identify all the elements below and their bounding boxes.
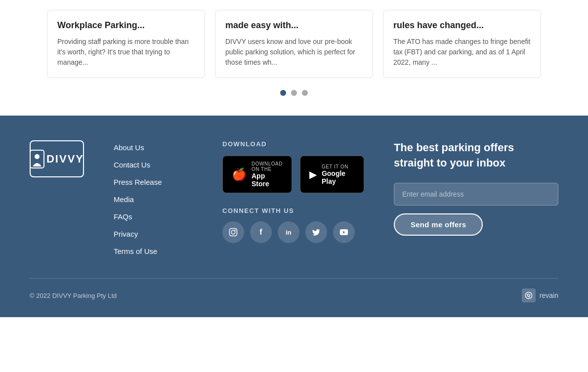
blog-card-3: rules have changed... The ATO has made c… xyxy=(383,10,541,78)
copyright-text: © 2022 DIVVY Parking Pty Ltd xyxy=(30,292,117,299)
send-offers-button[interactable]: Send me offers xyxy=(394,213,483,236)
carousel-dot-2[interactable] xyxy=(291,90,297,96)
newsletter-heading: The best parking offers straight to your… xyxy=(394,140,532,171)
svg-rect-2 xyxy=(230,229,237,236)
footer-logo: divvy xyxy=(30,140,84,258)
footer-newsletter: The best parking offers straight to your… xyxy=(394,140,558,258)
nav-contact-us[interactable]: Contact Us xyxy=(114,158,193,172)
blog-card-1: Workplace Parking... Providing staff par… xyxy=(47,10,205,78)
footer-nav: About Us Contact Us Press Release Media … xyxy=(114,140,193,258)
google-play-sub: GET IT ON xyxy=(322,164,355,169)
google-play-text: GET IT ON Google Play xyxy=(322,164,355,185)
google-play-main: Google Play xyxy=(322,169,355,185)
app-store-main: App Store xyxy=(252,172,283,188)
blog-cards-container: Workplace Parking... Providing staff par… xyxy=(30,10,558,78)
instagram-icon[interactable] xyxy=(222,221,244,243)
google-play-icon: ▶ xyxy=(309,168,317,180)
svg-point-6 xyxy=(525,292,532,298)
footer-bottom: © 2022 DIVVY Parking Pty Ltd revain xyxy=(30,278,558,302)
blog-card-2-title: made easy with... xyxy=(225,20,363,31)
carousel-dots xyxy=(30,90,558,96)
blog-card-2-excerpt: DIVVY users know and love our pre-book p… xyxy=(225,37,363,68)
carousel-dot-1[interactable] xyxy=(280,90,286,96)
blog-card-1-excerpt: Providing staff parking is more trouble … xyxy=(57,37,195,68)
footer: divvy About Us Contact Us Press Release … xyxy=(0,116,588,317)
facebook-icon[interactable]: f xyxy=(250,221,272,243)
revain-icon xyxy=(522,289,536,302)
blog-card-3-title: rules have changed... xyxy=(393,20,531,31)
footer-download-connect: DOWNLOAD 🍎 Download on the App Store ▶ G… xyxy=(222,140,364,258)
blog-card-2: made easy with... DIVVY users know and l… xyxy=(215,10,373,78)
google-play-badge[interactable]: ▶ GET IT ON Google Play xyxy=(300,156,364,193)
app-store-sub: Download on the xyxy=(252,161,283,172)
download-title: DOWNLOAD xyxy=(222,140,364,148)
nav-privacy[interactable]: Privacy xyxy=(114,227,193,241)
revain-text: revain xyxy=(540,291,558,299)
svg-point-4 xyxy=(235,230,236,231)
svg-point-1 xyxy=(35,154,40,159)
svg-point-3 xyxy=(231,230,235,234)
logo-text: divvy xyxy=(46,153,84,165)
twitter-icon[interactable] xyxy=(305,221,327,243)
linkedin-icon[interactable]: in xyxy=(278,221,299,243)
nav-press-release[interactable]: Press Release xyxy=(114,175,193,189)
app-store-text: Download on the App Store xyxy=(252,161,283,188)
social-icons: f in xyxy=(222,221,364,243)
nav-faqs[interactable]: FAQs xyxy=(114,209,193,224)
carousel-dot-3[interactable] xyxy=(302,90,308,96)
connect-title: CONNECT WITH US xyxy=(222,207,364,214)
nav-terms-of-use[interactable]: Terms of Use xyxy=(114,244,193,258)
nav-about-us[interactable]: About Us xyxy=(114,140,193,155)
footer-top: divvy About Us Contact Us Press Release … xyxy=(30,140,558,258)
blog-card-1-title: Workplace Parking... xyxy=(57,20,195,31)
nav-media[interactable]: Media xyxy=(114,192,193,207)
revain-badge: revain xyxy=(522,289,558,302)
app-badges: 🍎 Download on the App Store ▶ GET IT ON … xyxy=(222,156,364,193)
app-store-badge[interactable]: 🍎 Download on the App Store xyxy=(222,156,292,193)
apple-icon: 🍎 xyxy=(232,167,247,181)
logo-icon xyxy=(30,150,44,168)
logo-inner: divvy xyxy=(30,150,84,168)
youtube-icon[interactable] xyxy=(333,221,355,243)
email-input[interactable] xyxy=(394,183,558,206)
logo-box: divvy xyxy=(30,140,84,177)
blog-section: Workplace Parking... Providing staff par… xyxy=(0,0,588,116)
blog-card-3-excerpt: The ATO has made changes to fringe benef… xyxy=(393,37,531,68)
